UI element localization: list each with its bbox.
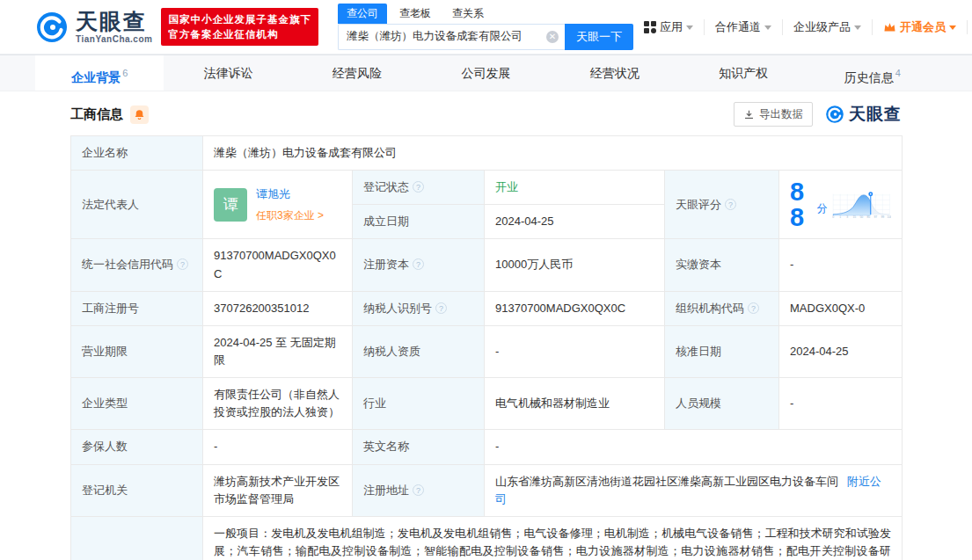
nav-partner-label: 合作通道: [715, 19, 761, 35]
label-text: 组织机构代码: [676, 302, 744, 315]
search-tab-company[interactable]: 查公司: [338, 4, 387, 24]
monitor-bell-badge[interactable]: [130, 105, 149, 124]
score-cell[interactable]: 88 分: [779, 171, 903, 239]
legal-rep-avatar[interactable]: 谭: [214, 188, 247, 222]
business-scope-value: 一般项目：发电机及发电机组制造；发电机及发电机组销售；电气设备修理；电机制造；机…: [203, 516, 903, 560]
help-icon[interactable]: ?: [748, 302, 759, 314]
tianyancha-logo[interactable]: 天眼查 TianYanCha.com: [35, 11, 152, 44]
svg-text:3: 3: [847, 215, 849, 219]
paid-capital-label: 实缴资本: [665, 239, 779, 291]
logo-domain-text: TianYanCha.com: [76, 35, 152, 44]
tab-count: 4: [895, 68, 901, 78]
tab-operation-status[interactable]: 经营状况: [551, 55, 679, 91]
tab-label: 知识产权: [719, 66, 768, 80]
help-icon[interactable]: ?: [435, 302, 447, 314]
staff-size-label: 人员规模: [665, 378, 779, 430]
nav-partner[interactable]: 合作通道: [704, 19, 782, 35]
svg-text:99: 99: [881, 215, 885, 219]
search-button[interactable]: 天眼一下: [565, 24, 633, 50]
legal-rep-cell: 谭 谭旭光 任职3家企业 >: [203, 171, 353, 239]
export-data-label: 导出数据: [759, 107, 803, 122]
svg-text:15: 15: [853, 215, 857, 219]
label-text: 注册资本: [363, 258, 409, 271]
help-icon[interactable]: ?: [177, 258, 188, 270]
badge-line1: 国家中小企业发展子基金旗下: [168, 12, 311, 27]
table-row: 工商注册号 370726200351012 纳税人识别号? 91370700MA…: [71, 291, 903, 325]
business-term-label: 营业期限: [71, 325, 203, 377]
nav-apps-label: 应用: [660, 19, 683, 35]
chevron-down-icon: [686, 25, 693, 30]
reg-number-value: 370726200351012: [203, 291, 353, 325]
paid-capital-value: -: [779, 239, 903, 291]
nav-vip[interactable]: 开通会员: [872, 19, 967, 35]
business-info-table: 企业名称 潍柴（潍坊）电力设备成套有限公司 法定代表人 谭 谭旭光 任职3家企业…: [70, 135, 903, 560]
bell-icon: [134, 109, 145, 120]
establish-date-value: 2024-04-25: [485, 205, 665, 239]
search-tabs: 查公司 查老板 查关系: [338, 4, 633, 24]
insured-count-label: 参保人数: [71, 430, 203, 464]
registered-capital-label: 注册资本?: [353, 239, 485, 291]
tab-history-info[interactable]: 历史信息4: [808, 55, 937, 91]
nav-notifications[interactable]: [967, 20, 972, 34]
company-detail-tabs: 企业背景6 法律诉讼 经营风险 公司发展 经营状况 知识产权 历史信息4: [0, 55, 972, 91]
nav-enterprise[interactable]: 企业级产品: [782, 19, 872, 35]
table-row: 法定代表人 谭 谭旭光 任职3家企业 > 登记状态? 开业 天眼评分? 88 分: [71, 171, 903, 205]
search-cluster: 查公司 查老板 查关系 ✕ 天眼一下: [338, 4, 633, 50]
table-row: 企业类型 有限责任公司（非自然人投资或控股的法人独资） 行业 电气机械和器材制造…: [71, 378, 903, 430]
industry-label: 行业: [353, 378, 485, 430]
tianyancha-logo-icon: [825, 105, 844, 124]
nav-enterprise-label: 企业级产品: [793, 19, 851, 35]
score-distribution-chart: 0 1 3 15 50 85 97 99 100: [832, 182, 891, 228]
tab-legal-litigation[interactable]: 法律诉讼: [164, 55, 292, 91]
taxpayer-id-label: 纳税人识别号?: [353, 291, 485, 325]
badge-line2: 官方备案企业征信机构: [168, 27, 311, 42]
clear-search-icon[interactable]: ✕: [546, 31, 559, 43]
header: 天眼查 TianYanCha.com 国家中小企业发展子基金旗下 官方备案企业征…: [0, 0, 972, 55]
company-name-value: 潍柴（潍坊）电力设备成套有限公司: [203, 136, 903, 171]
tab-label: 经营状况: [590, 66, 639, 80]
reg-status-label: 登记状态?: [353, 171, 485, 205]
registered-address-value: 山东省潍坊高新区清池街道花园社区潍柴高新工业园区电力设备车间 附近公司: [485, 464, 903, 516]
credit-code-value: 91370700MADGX0QX0C: [203, 239, 353, 291]
credit-code-label: 统一社会信用代码?: [71, 239, 203, 291]
tab-intellectual-property[interactable]: 知识产权: [679, 55, 808, 91]
export-data-button[interactable]: 导出数据: [734, 102, 813, 127]
nav-apps[interactable]: 应用: [633, 19, 704, 35]
search-input[interactable]: [338, 24, 565, 50]
help-icon[interactable]: ?: [413, 181, 424, 193]
search-tab-relation[interactable]: 查关系: [443, 4, 493, 24]
legal-rep-positions-link[interactable]: 任职3家企业 >: [256, 207, 324, 224]
org-code-value: MADGX0QX-0: [779, 291, 903, 325]
help-icon[interactable]: ?: [725, 199, 736, 210]
taxpayer-id-value: 91370700MADGX0QX0C: [485, 291, 665, 325]
table-row: 营业期限 2024-04-25 至 无固定期限 纳税人资质 - 核准日期 202…: [71, 325, 903, 377]
table-row: 统一社会信用代码? 91370700MADGX0QX0C 注册资本? 10000…: [71, 239, 903, 291]
watermark-brand-text: 天眼查: [849, 103, 902, 126]
registered-capital-value: 10000万人民币: [485, 239, 665, 291]
tab-company-development[interactable]: 公司发展: [421, 55, 550, 91]
legal-rep-label: 法定代表人: [71, 171, 203, 239]
svg-text:0: 0: [833, 215, 835, 219]
table-row: 参保人数 - 英文名称 -: [71, 430, 903, 464]
section-title: 工商信息: [70, 106, 123, 123]
approval-date-value: 2024-04-25: [779, 325, 903, 377]
search-tab-boss[interactable]: 查老板: [391, 4, 440, 24]
english-name-label: 英文名称: [353, 430, 485, 464]
help-icon[interactable]: ?: [413, 258, 424, 270]
crown-icon: [883, 21, 896, 33]
tab-label: 法律诉讼: [204, 66, 253, 80]
company-name-label: 企业名称: [71, 136, 203, 171]
tab-operation-risk[interactable]: 经营风险: [293, 55, 421, 91]
svg-text:1: 1: [840, 215, 842, 219]
tab-company-background[interactable]: 企业背景6: [35, 55, 164, 91]
section-header: 工商信息 导出数据 天眼查: [70, 102, 902, 127]
help-icon[interactable]: ?: [413, 484, 424, 496]
legal-rep-name-link[interactable]: 谭旭光: [256, 185, 324, 203]
label-text: 登记状态: [363, 180, 409, 193]
tab-count: 6: [122, 68, 128, 78]
download-icon: [743, 109, 755, 120]
registration-authority-value: 潍坊高新技术产业开发区市场监督管理局: [203, 464, 353, 516]
address-text: 山东省潍坊高新区清池街道花园社区潍柴高新工业园区电力设备车间: [495, 475, 838, 488]
label-text: 天眼评分: [676, 198, 721, 211]
svg-text:97: 97: [874, 215, 878, 219]
